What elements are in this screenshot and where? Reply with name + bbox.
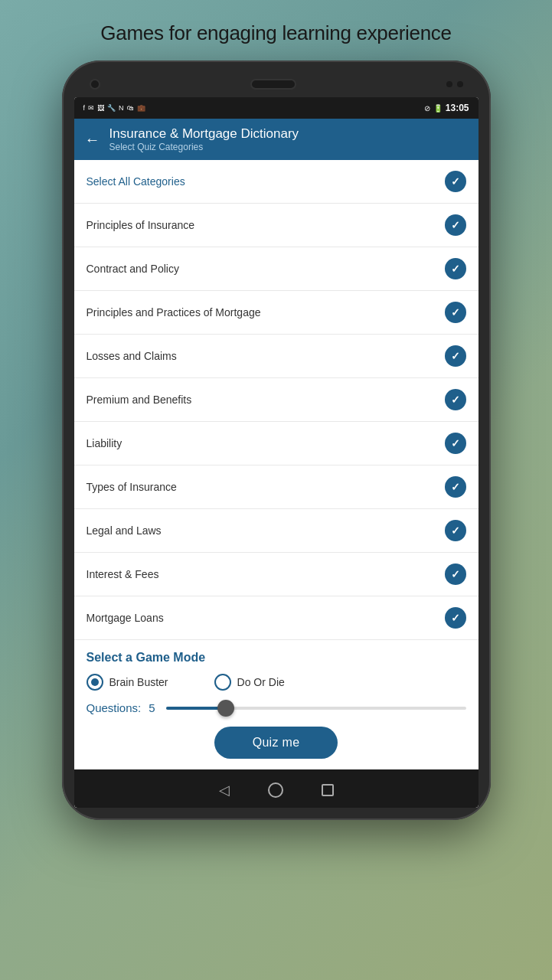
phone-frame: f ✉ 🖼 🔧 N 🛍 💼 ⊘ 🔋 13:05 ← Insurance & Mo…	[62, 60, 491, 820]
earpiece	[250, 79, 296, 90]
status-time: 13:05	[446, 103, 469, 113]
category-item-types-insurance[interactable]: Types of Insurance	[74, 466, 479, 509]
check-circle-mortgage-loans	[445, 607, 466, 629]
category-item-liability[interactable]: Liability	[74, 422, 479, 466]
radio-do-or-die[interactable]: Do Or Die	[214, 674, 285, 691]
status-icon-shop: 🛍	[127, 104, 134, 112]
category-list: Select All Categories Principles of Insu…	[74, 160, 479, 640]
app-header: ← Insurance & Mortgage Dictionary Select…	[74, 119, 479, 160]
check-circle-select-all	[445, 171, 466, 192]
status-right: ⊘ 🔋 13:05	[424, 103, 469, 113]
radio-brain-buster[interactable]: Brain Buster	[87, 674, 168, 691]
category-item-mortgage-loans[interactable]: Mortgage Loans	[74, 596, 479, 640]
status-icon-tool: 🔧	[107, 104, 116, 112]
battery-icon: 🔋	[433, 104, 443, 113]
page-tagline: Games for engaging learning experience	[70, 0, 482, 60]
status-icons-left: f ✉ 🖼 🔧 N 🛍 💼	[83, 104, 145, 112]
header-text: Insurance & Mortgage Dictionary Select Q…	[109, 126, 299, 152]
radio-outer-do-or-die	[214, 674, 231, 691]
status-icon-img: 🖼	[97, 104, 104, 112]
category-item-contract-policy[interactable]: Contract and Policy	[74, 247, 479, 291]
check-circle-interest-fees	[445, 564, 466, 585]
phone-top	[74, 74, 479, 97]
category-label-select-all: Select All Categories	[87, 175, 185, 188]
sensor-group	[446, 81, 463, 87]
nav-recent-button[interactable]	[322, 784, 334, 796]
sensor-1	[446, 81, 452, 87]
status-icon-n: N	[119, 104, 124, 112]
check-circle-losses-claims	[445, 345, 466, 367]
front-camera	[90, 79, 100, 90]
game-mode-title: Select a Game Mode	[87, 651, 466, 665]
check-circle-legal-laws	[445, 520, 466, 541]
quiz-me-button[interactable]: Quiz me	[214, 727, 338, 759]
game-mode-section: Select a Game Mode Brain Buster Do Or Di…	[74, 640, 479, 769]
questions-label: Questions:	[87, 701, 142, 714]
category-item-select-all[interactable]: Select All Categories	[74, 160, 479, 204]
category-item-interest-fees[interactable]: Interest & Fees	[74, 553, 479, 596]
nav-home-button[interactable]	[268, 782, 283, 798]
check-circle-types-insurance	[445, 476, 466, 498]
radio-label-do-or-die: Do Or Die	[237, 676, 285, 688]
back-button[interactable]: ←	[85, 131, 100, 149]
phone-screen: f ✉ 🖼 🔧 N 🛍 💼 ⊘ 🔋 13:05 ← Insurance & Mo…	[74, 97, 479, 808]
radio-outer-brain-buster	[87, 674, 103, 691]
check-circle-contract-policy	[445, 258, 466, 279]
category-item-principles-insurance[interactable]: Principles of Insurance	[74, 204, 479, 247]
nav-back-button[interactable]: ◁	[219, 782, 230, 799]
app-subtitle: Select Quiz Categories	[109, 142, 299, 152]
check-circle-principles-mortgage	[445, 302, 466, 323]
category-label-liability: Liability	[87, 437, 122, 449]
radio-group: Brain Buster Do Or Die	[87, 674, 466, 691]
questions-row: Questions: 5	[87, 701, 466, 714]
category-label-interest-fees: Interest & Fees	[87, 568, 159, 580]
no-signal-icon: ⊘	[424, 104, 430, 113]
questions-slider-thumb[interactable]	[217, 700, 234, 717]
category-label-mortgage-loans: Mortgage Loans	[87, 612, 164, 624]
radio-label-brain-buster: Brain Buster	[109, 676, 168, 688]
check-circle-principles-insurance	[445, 214, 466, 236]
category-label-losses-claims: Losses and Claims	[87, 350, 177, 362]
category-item-premium-benefits[interactable]: Premium and Benefits	[74, 378, 479, 422]
status-icon-mail: ✉	[88, 104, 94, 112]
nav-bar: ◁	[74, 769, 479, 808]
radio-inner-brain-buster	[91, 678, 99, 686]
category-item-legal-laws[interactable]: Legal and Laws	[74, 509, 479, 553]
sensor-2	[457, 81, 463, 87]
category-label-types-insurance: Types of Insurance	[87, 481, 177, 493]
category-label-contract-policy: Contract and Policy	[87, 263, 179, 275]
status-bar: f ✉ 🖼 🔧 N 🛍 💼 ⊘ 🔋 13:05	[74, 97, 479, 119]
check-circle-premium-benefits	[445, 389, 466, 410]
category-label-principles-insurance: Principles of Insurance	[87, 219, 195, 231]
app-title: Insurance & Mortgage Dictionary	[109, 126, 299, 142]
category-label-premium-benefits: Premium and Benefits	[87, 394, 192, 406]
questions-value: 5	[149, 701, 155, 714]
category-label-legal-laws: Legal and Laws	[87, 524, 162, 537]
category-item-principles-mortgage[interactable]: Principles and Practices of Mortgage	[74, 291, 479, 335]
status-icon-fb: f	[83, 104, 86, 112]
questions-slider-track[interactable]	[166, 707, 466, 710]
status-icon-bag: 💼	[137, 104, 145, 112]
category-label-principles-mortgage: Principles and Practices of Mortgage	[87, 306, 261, 318]
category-item-losses-claims[interactable]: Losses and Claims	[74, 335, 479, 378]
check-circle-liability	[445, 433, 466, 454]
